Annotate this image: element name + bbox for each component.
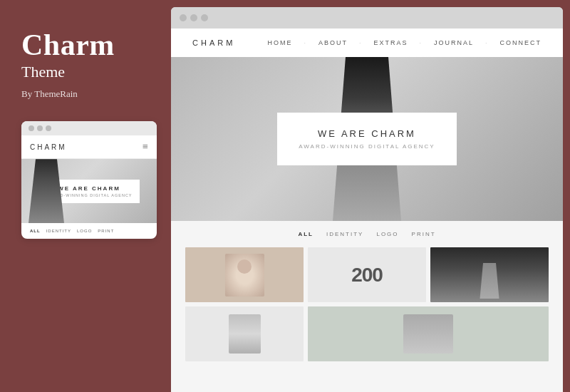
browser-dot-2: [190, 14, 197, 21]
portfolio-item-1[interactable]: [185, 247, 304, 302]
desktop-hero: WE ARE CHARM AWARD-WINNING DIGITAL AGENC…: [171, 57, 563, 221]
nav-sep-3: ·: [419, 39, 423, 46]
nav-connect[interactable]: CONNECT: [500, 39, 542, 46]
filter-logo[interactable]: LOGO: [376, 231, 398, 237]
desktop-nav: CHARM HOME · ABOUT · EXTRAS · JOURNAL · …: [171, 29, 563, 57]
nav-extras[interactable]: EXTRAS: [373, 39, 408, 46]
portfolio-item-2-number: 200: [351, 264, 383, 287]
portfolio-item-5-figure: [403, 314, 453, 354]
mobile-dot-1: [28, 125, 34, 131]
filter-identity[interactable]: IDENTITY: [326, 231, 363, 237]
filter-all[interactable]: ALL: [298, 231, 314, 237]
portfolio-item-2[interactable]: 200: [308, 247, 426, 302]
mobile-hamburger-icon: ≡: [142, 141, 148, 153]
browser-mockup: CHARM HOME · ABOUT · EXTRAS · JOURNAL · …: [171, 7, 563, 392]
mobile-filter-identity[interactable]: IDENTITY: [46, 229, 71, 233]
sidebar: Charm Theme By ThemeRain CHARM ≡ WE ARE …: [0, 0, 171, 392]
mobile-person-figure: [28, 159, 64, 223]
portfolio-item-4-figure: [229, 314, 261, 354]
browser-content: CHARM HOME · ABOUT · EXTRAS · JOURNAL · …: [171, 29, 563, 392]
hero-text-box: WE ARE CHARM AWARD-WINNING DIGITAL AGENC…: [277, 113, 456, 165]
sidebar-by: By ThemeRain: [21, 88, 150, 100]
browser-bar: [171, 7, 563, 29]
mobile-dot-3: [46, 125, 51, 131]
mobile-filter-row: ALL IDENTITY LOGO PRINT: [21, 223, 157, 239]
nav-home[interactable]: HOME: [267, 39, 292, 46]
mobile-preview: CHARM ≡ WE ARE CHARM AWARD-WINNING DIGIT…: [21, 121, 157, 239]
portfolio-grid: 200: [185, 247, 549, 361]
portfolio-filter: ALL IDENTITY LOGO PRINT: [185, 231, 549, 237]
browser-dot-3: [201, 14, 208, 21]
nav-sep-4: ·: [485, 39, 489, 46]
filter-print[interactable]: PRINT: [412, 231, 436, 237]
nav-sep-1: ·: [304, 39, 307, 46]
portfolio-item-3-figure: [479, 263, 500, 299]
portfolio-item-4[interactable]: [185, 306, 304, 361]
sidebar-subtitle: Theme: [21, 63, 150, 81]
hero-subheadline: AWARD-WINNING DIGITAL AGENCY: [299, 143, 435, 150]
mobile-browser-bar: [21, 121, 157, 135]
hero-headline: WE ARE CHARM: [299, 128, 435, 139]
mobile-hero-image: WE ARE CHARM AWARD-WINNING DIGITAL AGENC…: [21, 159, 157, 223]
sidebar-title: Charm: [21, 29, 150, 61]
mobile-dot-2: [37, 125, 43, 131]
portfolio-section: ALL IDENTITY LOGO PRINT 200: [171, 221, 563, 392]
desktop-logo: CHARM: [192, 38, 235, 47]
nav-about[interactable]: ABOUT: [318, 39, 348, 46]
mobile-logo: CHARM: [30, 143, 67, 151]
portfolio-item-1-figure: [225, 254, 264, 296]
portfolio-item-3[interactable]: [430, 247, 549, 302]
mobile-nav: CHARM ≡: [21, 135, 157, 159]
portfolio-item-5[interactable]: [308, 306, 549, 361]
desktop-nav-links: HOME · ABOUT · EXTRAS · JOURNAL · CONNEC…: [267, 39, 542, 46]
nav-sep-2: ·: [359, 39, 363, 46]
mobile-filter-logo[interactable]: LOGO: [77, 229, 92, 233]
nav-journal[interactable]: JOURNAL: [434, 39, 474, 46]
mobile-filter-print[interactable]: PRINT: [98, 229, 114, 233]
browser-dot-1: [180, 14, 187, 21]
mobile-filter-all[interactable]: ALL: [30, 229, 41, 233]
